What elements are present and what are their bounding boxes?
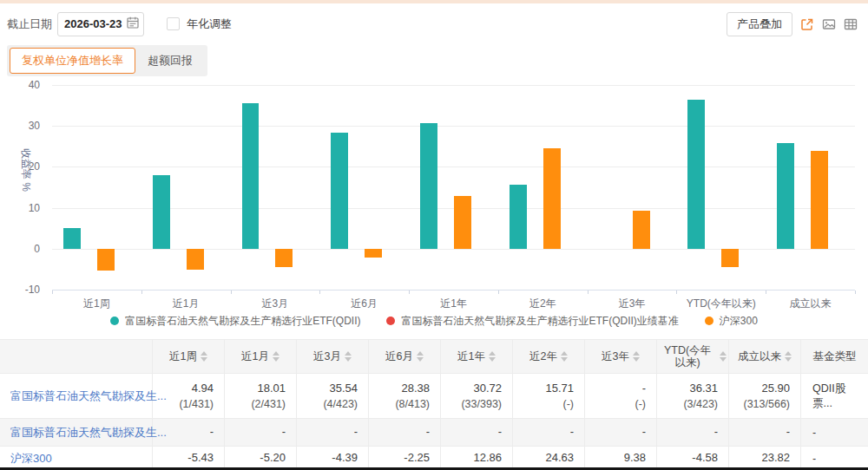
date-picker[interactable] (57, 12, 144, 36)
x-axis-tick (766, 290, 766, 294)
chart-bar[interactable] (97, 249, 115, 271)
rank-text: (313/566) (743, 397, 790, 413)
value-cell: 35.54(4/423) (297, 374, 369, 418)
fund-name-cell: 沪深300 (0, 447, 153, 470)
chart-bar[interactable] (510, 185, 527, 249)
performance-table: 近1周近1月近3月近6月近1年近2年近3年YTD(今年以来)成立以来基金类型 富… (0, 339, 868, 470)
value-cell: 28.38(8/413) (369, 374, 441, 418)
fund-name-link[interactable]: 富国标普石油天然气勘探及生... (10, 425, 167, 441)
date-input[interactable] (64, 17, 127, 30)
legend-item[interactable]: 富国标普石油天然气勘探及生产精选行业ETF(QDII) (110, 314, 360, 329)
rank-text: (1/431) (179, 397, 214, 413)
header-label: 基金类型 (813, 350, 857, 362)
chart-bar[interactable] (687, 100, 705, 248)
header-cell[interactable]: YTD(今年以来) (657, 340, 729, 373)
chart-bar[interactable] (633, 211, 650, 249)
value-text: -4.39 (332, 449, 358, 467)
sort-carets-icon[interactable] (633, 351, 640, 362)
header-cell: 基金类型 (801, 340, 868, 373)
header-cell[interactable]: 近3月 (297, 340, 369, 373)
x-axis-tick (409, 290, 410, 294)
tab-adjusted-nav-growth[interactable]: 复权单位净值增长率 (10, 48, 135, 74)
chart-bar[interactable] (242, 103, 260, 249)
header-cell[interactable]: 近1月 (225, 340, 297, 373)
value-cell: - (657, 419, 729, 446)
header-label: YTD(今年以来) (659, 344, 716, 369)
tab-excess-return[interactable]: 超额回报 (135, 48, 205, 74)
chart-bar[interactable] (420, 123, 437, 249)
value-text: 28.38 (401, 380, 430, 397)
value-text: 35.54 (329, 380, 358, 397)
header-cell[interactable]: 近1年 (441, 340, 513, 373)
chart-bar[interactable] (63, 228, 81, 248)
value-text: -2.25 (404, 449, 430, 467)
product-overlay-button[interactable]: 产品叠加 (727, 12, 792, 36)
sort-carets-icon[interactable] (720, 351, 727, 362)
value-cell: - (297, 419, 369, 446)
y-axis-title: 收益率 % (18, 148, 33, 192)
y-gridline (52, 126, 855, 127)
chart-bar[interactable] (331, 133, 348, 249)
x-category-label: 近2年 (498, 297, 588, 311)
y-tick-label: 10 (0, 202, 40, 214)
header-label: 近6月 (385, 350, 413, 362)
header-cell[interactable]: 近6月 (369, 340, 441, 373)
fund-name-link[interactable]: 富国标普石油天然气勘探及生... (10, 388, 167, 404)
image-icon[interactable] (822, 17, 836, 31)
header-cell[interactable]: 近3年 (585, 340, 657, 373)
header-name-column (0, 340, 153, 373)
sort-carets-icon[interactable] (489, 351, 496, 362)
rank-text: (33/393) (461, 397, 502, 413)
chart-bar[interactable] (721, 249, 739, 268)
x-axis-tick (498, 290, 499, 294)
table-row: 富国标普石油天然气勘探及生...---------- (0, 419, 868, 447)
chart-bar[interactable] (811, 151, 828, 248)
y-tick-label: 30 (0, 120, 40, 132)
header-cell[interactable]: 近2年 (513, 340, 585, 373)
fund-name-link[interactable]: 沪深300 (10, 451, 52, 467)
value-text: - (786, 423, 790, 441)
x-category-label: 成立以来 (766, 297, 855, 311)
legend-item[interactable]: 富国标普石油天然气勘探及生产精选行业ETF(QDII)业绩基准 (386, 314, 678, 329)
value-text: -4.58 (692, 449, 718, 467)
sort-carets-icon[interactable] (345, 351, 352, 362)
value-cell: - (441, 419, 513, 446)
x-axis-tick (141, 290, 142, 294)
chart-bar[interactable] (454, 196, 471, 249)
chart: 403020100-10收益率 %近1周近1月近3月近6月近1年近2年近3年YT… (0, 82, 868, 309)
rank-text: (2/431) (251, 397, 286, 413)
rank-text: (-) (635, 397, 647, 413)
value-cell: -4.39 (297, 447, 369, 470)
value-text: -5.20 (260, 449, 286, 467)
value-cell: - (585, 419, 657, 446)
header-cell[interactable]: 近1周 (153, 340, 225, 373)
annualize-checkbox[interactable] (167, 17, 180, 30)
chart-bar[interactable] (153, 175, 170, 249)
fund-comparison-page: 截止日期 年化调整 产品叠加 复权单位净值增长率 超额回报 403020100-… (0, 0, 868, 470)
export-icon[interactable] (800, 17, 814, 31)
rank-text: (4/423) (323, 397, 358, 413)
value-text: - (210, 423, 214, 441)
x-axis-tick (231, 290, 232, 294)
sort-carets-icon[interactable] (561, 351, 568, 362)
header-label: 近3年 (602, 350, 629, 362)
x-category-label: 近6月 (319, 297, 409, 311)
chart-bar[interactable] (275, 249, 293, 267)
chart-bar[interactable] (365, 249, 382, 258)
legend-item[interactable]: 沪深300 (705, 314, 758, 329)
value-text: 18.01 (257, 380, 286, 397)
value-cell: 23.82 (729, 447, 801, 470)
sort-carets-icon[interactable] (785, 351, 792, 362)
table-icon[interactable] (844, 17, 858, 31)
chart-bar[interactable] (187, 249, 204, 271)
x-category-label: 近1月 (141, 297, 231, 311)
header-cell[interactable]: 成立以来 (729, 340, 801, 373)
x-category-label: 近1周 (52, 297, 141, 311)
legend-label: 富国标普石油天然气勘探及生产精选行业ETF(QDII)业绩基准 (401, 314, 678, 329)
sort-carets-icon[interactable] (201, 351, 207, 362)
sort-carets-icon[interactable] (417, 351, 424, 362)
chart-bar[interactable] (543, 148, 561, 249)
sort-carets-icon[interactable] (273, 351, 279, 362)
chart-bar[interactable] (777, 143, 794, 249)
table-row: 沪深300-5.43-5.20-4.39-2.2512.8624.639.38-… (0, 447, 868, 470)
